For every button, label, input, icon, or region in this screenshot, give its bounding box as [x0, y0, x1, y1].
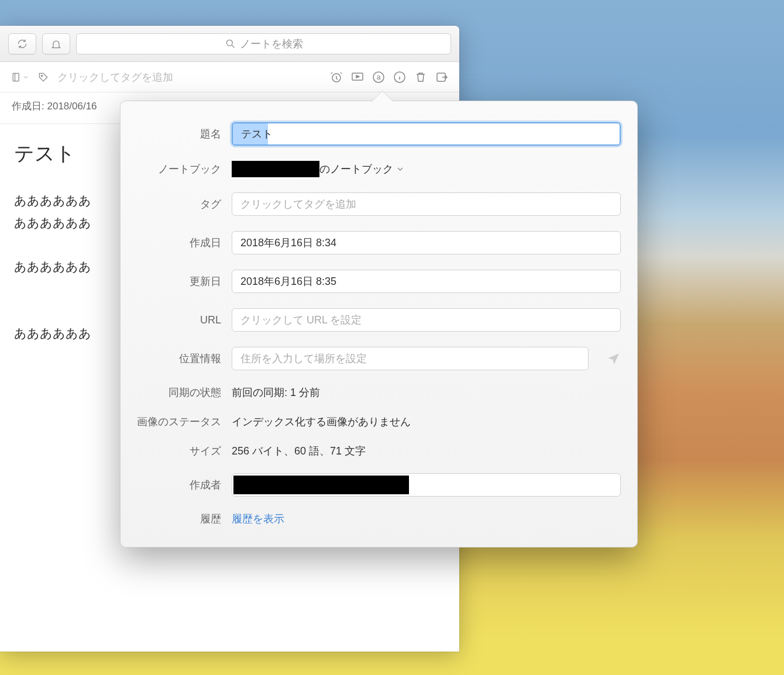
sync-button[interactable] [8, 33, 36, 54]
history-label: 履歴 [128, 512, 221, 526]
reminder-button[interactable] [329, 70, 343, 84]
updated-input[interactable] [232, 270, 621, 293]
size-value: 256 バイト、60 語、71 文字 [232, 444, 621, 458]
toolbar: ノートを検索 [0, 26, 459, 62]
notebook-suffix: のノートブック [319, 162, 393, 176]
author-redacted [233, 476, 409, 494]
tag-input[interactable] [232, 192, 621, 216]
created-input[interactable] [232, 231, 621, 254]
alarm-icon [329, 70, 343, 84]
svg-rect-1 [13, 73, 19, 81]
size-label: サイズ [128, 444, 221, 458]
location-label: 位置情報 [128, 352, 221, 366]
created-date-label: 作成日: [12, 101, 44, 112]
svg-point-2 [41, 75, 43, 77]
tag-label: タグ [128, 197, 221, 211]
chevron-down-icon [396, 164, 405, 174]
search-input[interactable]: ノートを検索 [76, 33, 451, 54]
notebook-name-redacted [232, 161, 319, 177]
share-button[interactable] [435, 70, 449, 84]
created-label: 作成日 [128, 236, 221, 250]
sync-label: 同期の状態 [128, 385, 221, 400]
notebook-selector[interactable]: のノートブック [232, 161, 621, 177]
notebook-icon [11, 71, 22, 83]
title-label: 題名 [128, 127, 221, 141]
created-date-value: 2018/06/16 [47, 101, 97, 112]
present-button[interactable] [350, 70, 365, 84]
info-icon [393, 70, 407, 84]
sync-value: 前回の同期: 1 分前 [232, 385, 621, 400]
tag-icon [37, 71, 49, 83]
svg-point-0 [226, 40, 232, 46]
tag-icon-button[interactable] [37, 71, 49, 83]
url-label: URL [128, 314, 221, 326]
location-arrow-icon[interactable] [606, 352, 621, 366]
share-icon [435, 70, 449, 84]
updated-label: 更新日 [128, 274, 221, 288]
annotate-icon: a [372, 70, 386, 84]
tag-add-placeholder[interactable]: クリックしてタグを追加 [57, 70, 173, 84]
search-icon [225, 38, 236, 50]
bell-icon [50, 38, 62, 50]
notifications-button[interactable] [42, 33, 70, 54]
url-input[interactable] [232, 308, 621, 332]
sync-icon [16, 38, 28, 50]
svg-text:a: a [377, 73, 381, 81]
author-label: 作成者 [128, 478, 221, 492]
search-placeholder: ノートを検索 [240, 37, 303, 51]
history-link[interactable]: 履歴を表示 [232, 512, 284, 526]
image-status-label: 画像のステータス [128, 415, 221, 429]
note-info-popover: 題名 ノートブック のノートブック タグ 作成日 更新日 URL 位置情報 同期… [120, 101, 638, 547]
author-input[interactable] [232, 473, 621, 497]
chevron-down-icon [22, 74, 29, 81]
trash-icon [414, 70, 428, 84]
notebook-picker[interactable] [11, 71, 29, 83]
info-button[interactable] [393, 70, 407, 84]
presentation-icon [350, 70, 365, 84]
trash-button[interactable] [414, 70, 428, 84]
title-input[interactable] [232, 122, 621, 146]
annotate-button[interactable]: a [372, 70, 386, 84]
note-toolbar: クリックしてタグを追加 a [0, 62, 459, 92]
location-input[interactable] [232, 347, 589, 370]
notebook-label: ノートブック [128, 162, 221, 176]
image-status-value: インデックス化する画像がありません [232, 415, 621, 429]
